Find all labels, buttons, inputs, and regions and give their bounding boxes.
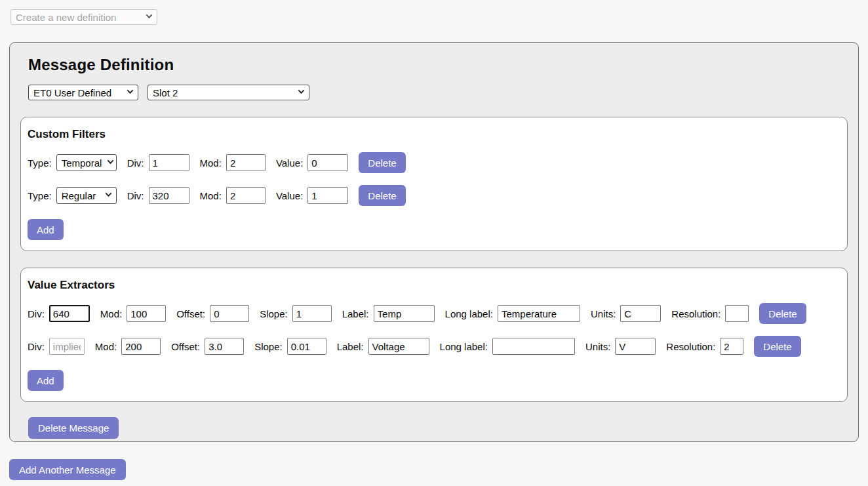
offset-label: Offset: — [176, 308, 205, 319]
page-title: Message Definition — [28, 56, 849, 74]
chevron-down-icon — [146, 12, 153, 18]
filter-type-value: Temporal — [62, 157, 102, 169]
mod-label: Mod: — [200, 157, 222, 169]
delete-extractor-button[interactable]: Delete — [759, 303, 806, 324]
label-label: Label: — [337, 341, 364, 352]
units-label: Units: — [585, 341, 610, 352]
filter-row: Type: Temporal Div: Mod: Value: Delete — [28, 152, 840, 173]
filter-row: Type: Regular Div: Mod: Value: Delete — [28, 185, 840, 206]
custom-filters-title: Custom Filters — [28, 128, 840, 141]
label-label: Label: — [342, 308, 369, 319]
mod-label: Mod: — [100, 308, 122, 319]
div-label: Div: — [127, 157, 144, 169]
slot-value: Slot 2 — [153, 87, 178, 98]
type-label: Type: — [28, 157, 52, 169]
delete-extractor-button[interactable]: Delete — [754, 336, 800, 357]
value-label: Value: — [276, 157, 303, 169]
filter-mod-input[interactable] — [226, 154, 266, 171]
filter-div-input[interactable] — [149, 187, 189, 204]
extractor-offset-input[interactable] — [205, 338, 244, 355]
value-extractors-title: Value Extractors — [28, 279, 840, 292]
message-definition-panel: Message Definition ET0 User Defined Slot… — [9, 42, 859, 442]
extractor-row: Div: Mod: Offset: Slope: Label: Long lab… — [28, 303, 840, 324]
extractor-div-input[interactable] — [49, 305, 90, 322]
extractor-units-input[interactable] — [615, 338, 656, 355]
extractor-resolution-input[interactable] — [725, 305, 749, 322]
chevron-down-icon — [127, 87, 134, 94]
div-label: Div: — [28, 341, 45, 352]
definition-selects-row: ET0 User Defined Slot 2 — [28, 85, 849, 100]
filter-div-input[interactable] — [149, 154, 189, 171]
type-label: Type: — [28, 190, 52, 201]
add-filter-button[interactable]: Add — [28, 219, 64, 240]
delete-filter-button[interactable]: Delete — [359, 185, 405, 206]
extractor-row: Div: Mod: Offset: Slope: Label: Long lab… — [28, 336, 840, 357]
filter-type-select[interactable]: Temporal — [56, 154, 117, 171]
long-label-label: Long label: — [445, 308, 493, 319]
add-extractor-button[interactable]: Add — [28, 370, 64, 391]
mod-label: Mod: — [200, 190, 222, 201]
slope-label: Slope: — [260, 308, 288, 319]
filter-type-value: Regular — [62, 190, 96, 201]
delete-message-button[interactable]: Delete Message — [28, 417, 119, 439]
extractor-slope-input[interactable] — [292, 305, 332, 322]
definition-chooser-value: Create a new definition — [16, 12, 116, 23]
filter-type-select[interactable]: Regular — [56, 187, 117, 204]
extractor-resolution-input[interactable] — [720, 338, 743, 355]
units-label: Units: — [591, 308, 616, 319]
value-extractors-panel: Value Extractors Div: Mod: Offset: Slope… — [20, 268, 848, 402]
chevron-down-icon — [298, 87, 305, 94]
filter-mod-input[interactable] — [226, 187, 266, 204]
extractor-label-input[interactable] — [368, 338, 429, 355]
extractor-long-label-input[interactable] — [498, 305, 580, 322]
resolution-label: Resolution: — [666, 341, 715, 352]
filter-value-input[interactable] — [307, 187, 348, 204]
custom-filters-panel: Custom Filters Type: Temporal Div: Mod: … — [20, 117, 848, 251]
message-type-select[interactable]: ET0 User Defined — [28, 85, 138, 100]
chevron-down-icon — [105, 190, 111, 197]
slot-select[interactable]: Slot 2 — [148, 85, 309, 100]
message-type-value: ET0 User Defined — [33, 87, 111, 98]
extractor-mod-input[interactable] — [121, 338, 161, 355]
extractor-long-label-input[interactable] — [492, 338, 575, 355]
slope-label: Slope: — [254, 341, 283, 352]
delete-filter-button[interactable]: Delete — [359, 152, 405, 173]
extractor-div-input[interactable] — [49, 338, 85, 355]
long-label-label: Long label: — [440, 341, 488, 352]
chevron-down-icon — [108, 157, 114, 164]
div-label: Div: — [127, 190, 144, 201]
extractor-offset-input[interactable] — [210, 305, 249, 322]
extractor-mod-input[interactable] — [127, 305, 166, 322]
filter-value-input[interactable] — [307, 154, 348, 171]
offset-label: Offset: — [171, 341, 200, 352]
extractor-units-input[interactable] — [620, 305, 661, 322]
definition-chooser-select[interactable]: Create a new definition — [10, 9, 157, 25]
value-label: Value: — [276, 190, 303, 201]
extractor-label-input[interactable] — [374, 305, 435, 322]
mod-label: Mod: — [95, 341, 117, 352]
extractor-slope-input[interactable] — [287, 338, 326, 355]
div-label: Div: — [28, 308, 45, 319]
add-another-message-button[interactable]: Add Another Message — [9, 459, 126, 480]
resolution-label: Resolution: — [671, 308, 720, 319]
